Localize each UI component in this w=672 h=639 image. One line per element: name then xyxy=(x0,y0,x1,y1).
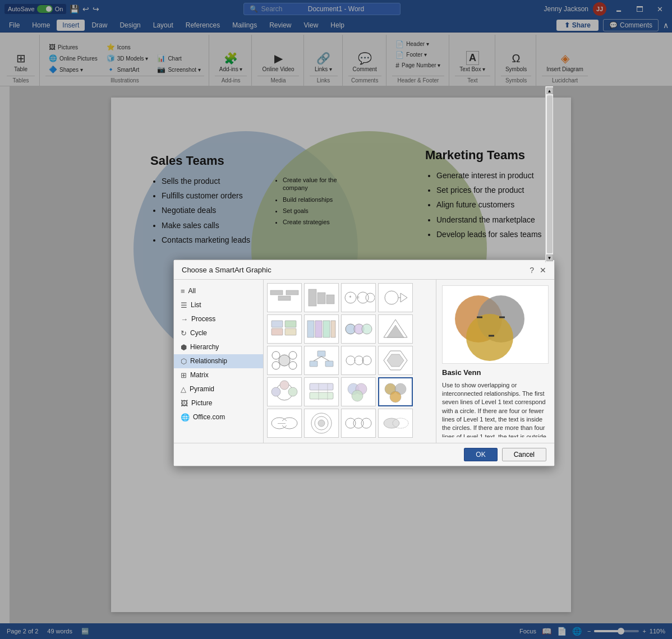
smartart-thumb-16-selected[interactable] xyxy=(378,377,413,406)
svg-marker-43 xyxy=(387,354,404,367)
svg-rect-5 xyxy=(326,295,334,304)
svg-rect-3 xyxy=(309,289,316,306)
dialog-body: ≡ All ☰ List → Process ↻ Cycle xyxy=(174,280,554,443)
svg-rect-21 xyxy=(331,321,335,337)
office-icon: 🌐 xyxy=(181,413,190,422)
scroll-down-button[interactable]: ▼ xyxy=(546,254,553,261)
scroll-thumb[interactable] xyxy=(547,95,553,253)
svg-point-45 xyxy=(271,387,280,396)
svg-point-11 xyxy=(385,291,398,304)
dialog-cat-hierarchy[interactable]: ⬢ Hierarchy xyxy=(174,340,263,354)
dialog-ok-button[interactable]: OK xyxy=(464,448,497,461)
venn-preview xyxy=(442,285,549,364)
dialog-cat-matrix[interactable]: ⊞ Matrix xyxy=(174,368,263,382)
dialog-help-button[interactable]: ? xyxy=(530,266,534,275)
smartart-thumb-19[interactable] xyxy=(341,409,376,438)
svg-rect-35 xyxy=(310,361,317,367)
svg-rect-0 xyxy=(270,290,283,295)
list-icon: ☰ xyxy=(181,301,187,309)
dialog-scrollbar[interactable]: ▲ ▼ xyxy=(545,86,553,262)
process-icon: → xyxy=(181,315,188,323)
dialog-titlebar: Choose a SmartArt Graphic ? ✕ xyxy=(174,260,554,280)
svg-line-34 xyxy=(321,356,329,361)
smartart-thumb-4[interactable] xyxy=(378,283,413,312)
smartart-thumb-15[interactable] xyxy=(341,377,376,406)
preview-description: Use to show overlapping or interconnecte… xyxy=(442,381,549,437)
svg-rect-19 xyxy=(315,321,322,337)
svg-rect-16 xyxy=(285,321,296,327)
dialog-title: Choose a SmartArt Graphic xyxy=(182,266,271,274)
svg-marker-26 xyxy=(387,325,404,337)
smartart-grid: += xyxy=(267,283,432,438)
smartart-thumb-5[interactable] xyxy=(267,314,302,344)
svg-rect-1 xyxy=(278,296,291,300)
svg-text:+: + xyxy=(349,294,352,299)
dialog-cat-office[interactable]: 🌐 Office.com xyxy=(174,410,263,424)
smartart-thumb-3[interactable]: += xyxy=(341,283,376,312)
dialog-cat-all[interactable]: ≡ All xyxy=(174,284,263,298)
smartart-thumb-10[interactable] xyxy=(304,346,339,375)
pyramid-icon: △ xyxy=(181,385,186,393)
relationship-icon: ⬡ xyxy=(181,357,187,365)
dialog-preview-panel: Basic Venn Use to show overlapping or in… xyxy=(436,280,554,443)
dialog-overlay: Choose a SmartArt Graphic ? ✕ ≡ All ☰ Li… xyxy=(0,0,672,639)
smartart-thumb-18[interactable] xyxy=(304,409,339,438)
svg-rect-36 xyxy=(325,361,333,367)
svg-rect-17 xyxy=(285,328,296,335)
dialog-cat-list[interactable]: ☰ List xyxy=(174,298,263,312)
svg-point-29 xyxy=(289,351,297,359)
dialog-cat-cycle[interactable]: ↻ Cycle xyxy=(174,326,263,340)
svg-marker-12 xyxy=(401,293,407,302)
cycle-icon: ↻ xyxy=(181,329,187,337)
matrix-icon: ⊞ xyxy=(181,371,187,379)
smartart-scroll-area[interactable]: += xyxy=(264,280,436,443)
svg-point-68 xyxy=(384,418,399,428)
dialog-footer: OK Cancel xyxy=(174,443,554,466)
svg-point-64 xyxy=(318,420,325,427)
dialog-cat-picture[interactable]: 🖼 Picture xyxy=(174,396,263,410)
smartart-thumb-7[interactable] xyxy=(341,314,376,344)
all-icon: ≡ xyxy=(181,287,185,295)
svg-point-24 xyxy=(362,324,372,334)
svg-point-47 xyxy=(280,381,289,390)
svg-point-54 xyxy=(352,390,363,401)
svg-rect-14 xyxy=(271,321,283,327)
smartart-thumb-8[interactable] xyxy=(378,314,413,344)
smartart-thumb-6[interactable] xyxy=(304,314,339,344)
smartart-dialog: Choose a SmartArt Graphic ? ✕ ≡ All ☰ Li… xyxy=(173,260,555,466)
svg-point-30 xyxy=(272,362,280,369)
dialog-cat-process[interactable]: → Process xyxy=(174,312,263,326)
preview-title: Basic Venn xyxy=(442,368,549,377)
svg-point-66 xyxy=(353,418,363,428)
scroll-up-button[interactable]: ▲ xyxy=(546,87,553,94)
svg-point-72 xyxy=(466,314,513,361)
smartart-thumb-9[interactable] xyxy=(267,346,302,375)
main-area: Sales Teams Sells the product Fulfills c… xyxy=(0,86,672,623)
picture-icon: 🖼 xyxy=(181,399,188,408)
dialog-cat-relationship[interactable]: ⬡ Relationship xyxy=(174,354,263,368)
smartart-thumb-20[interactable] xyxy=(378,409,413,438)
smartart-grid-panel: += xyxy=(264,280,436,443)
svg-point-27 xyxy=(279,355,290,366)
smartart-thumb-1[interactable] xyxy=(267,283,302,312)
svg-rect-18 xyxy=(307,321,314,337)
svg-point-65 xyxy=(346,418,356,428)
dialog-cancel-button[interactable]: Cancel xyxy=(502,448,546,461)
svg-point-67 xyxy=(361,418,371,428)
svg-rect-49 xyxy=(310,392,333,399)
smartart-thumb-13[interactable] xyxy=(267,377,302,406)
svg-rect-2 xyxy=(286,290,298,295)
svg-rect-32 xyxy=(317,351,325,356)
svg-rect-4 xyxy=(317,293,325,304)
smartart-thumb-12[interactable] xyxy=(378,346,413,375)
smartart-thumb-17[interactable]: —— xyxy=(267,409,302,438)
hierarchy-icon: ⬢ xyxy=(181,343,187,351)
svg-point-57 xyxy=(390,391,401,402)
smartart-thumb-11[interactable] xyxy=(341,346,376,375)
smartart-thumb-14[interactable] xyxy=(304,377,339,406)
dialog-cat-pyramid[interactable]: △ Pyramid xyxy=(174,382,263,396)
dialog-close-button[interactable]: ✕ xyxy=(540,266,546,275)
smartart-thumb-2[interactable] xyxy=(304,283,339,312)
svg-point-31 xyxy=(289,362,297,369)
svg-text:——: —— xyxy=(278,421,286,425)
